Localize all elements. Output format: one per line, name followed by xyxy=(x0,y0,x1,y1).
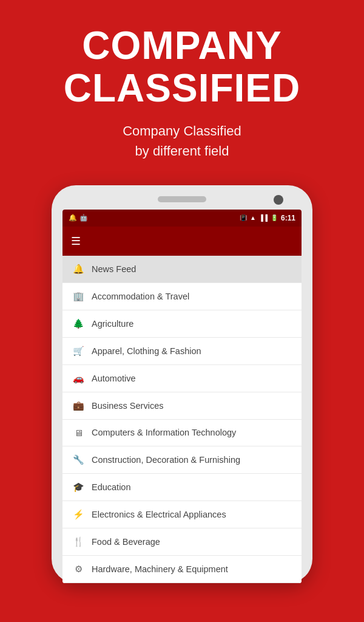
android-icon: 🤖 xyxy=(79,214,88,222)
electronics-icon: ⚡ xyxy=(72,509,84,520)
wifi-icon: ▲ xyxy=(250,214,256,221)
apparel-clothing-icon: 🛒 xyxy=(72,346,84,357)
phone-speaker xyxy=(158,196,206,202)
education-icon: 🎓 xyxy=(72,482,84,493)
electronics-label: Electronics & Electrical Appliances xyxy=(92,510,226,519)
menu-item-business-services[interactable]: 💼Business Services xyxy=(62,392,302,420)
hardware-machinery-icon: ⚙ xyxy=(72,564,84,575)
app-header-bar: ☰ xyxy=(62,227,302,256)
menu-item-education[interactable]: 🎓Education xyxy=(62,474,302,501)
phone-camera xyxy=(274,195,283,205)
menu-item-hardware-machinery[interactable]: ⚙Hardware, Machinery & Equipment xyxy=(62,556,302,583)
business-services-label: Business Services xyxy=(92,401,163,411)
menu-list: 🔔News Feed🏢Accommodation & Travel🌲Agricu… xyxy=(62,256,302,583)
menu-item-computers-it[interactable]: 🖥Computers & Information Technology xyxy=(62,420,302,446)
menu-item-apparel-clothing[interactable]: 🛒Apparel, Clothing & Fashion xyxy=(62,338,302,365)
apparel-clothing-label: Apparel, Clothing & Fashion xyxy=(92,346,201,356)
food-beverage-icon: 🍴 xyxy=(72,536,84,547)
accommodation-travel-label: Accommodation & Travel xyxy=(92,292,189,301)
menu-item-news-feed[interactable]: 🔔News Feed xyxy=(62,256,302,283)
vibrate-icon: 📳 xyxy=(240,214,247,221)
menu-item-construction[interactable]: 🔧Construction, Decoration & Furnishing xyxy=(62,446,302,474)
status-icons: 📳 ▲ ▐▐ 🔋 6:11 xyxy=(240,214,295,222)
construction-label: Construction, Decoration & Furnishing xyxy=(92,455,240,465)
news-feed-label: News Feed xyxy=(92,264,136,274)
automotive-icon: 🚗 xyxy=(72,373,84,384)
status-time: 6:11 xyxy=(281,214,295,222)
automotive-label: Automotive xyxy=(92,374,136,383)
menu-item-food-beverage[interactable]: 🍴Food & Beverage xyxy=(62,528,302,556)
hardware-machinery-label: Hardware, Machinery & Equipment xyxy=(92,564,228,574)
food-beverage-label: Food & Beverage xyxy=(92,537,160,547)
computers-it-label: Computers & Information Technology xyxy=(92,428,236,437)
education-label: Education xyxy=(92,482,131,492)
menu-item-automotive[interactable]: 🚗Automotive xyxy=(62,365,302,392)
accommodation-travel-icon: 🏢 xyxy=(72,291,84,302)
business-services-icon: 💼 xyxy=(72,400,84,411)
title-line1: COMPANY xyxy=(82,24,281,67)
notification-icon: 🔔 xyxy=(69,214,77,222)
status-bar: 🔔 🤖 📳 ▲ ▐▐ 🔋 6:11 xyxy=(62,210,302,227)
header-section: COMPANY CLASSIFIED Company Classifiedby … xyxy=(0,0,364,173)
computers-it-icon: 🖥 xyxy=(72,428,84,438)
menu-item-electronics[interactable]: ⚡Electronics & Electrical Appliances xyxy=(62,501,302,528)
title-line2: CLASSIFIED xyxy=(64,66,300,110)
menu-item-accommodation-travel[interactable]: 🏢Accommodation & Travel xyxy=(62,283,302,310)
phone-screen: 🔔 🤖 📳 ▲ ▐▐ 🔋 6:11 ☰ 🔔News Feed🏢Accommoda… xyxy=(62,210,302,583)
menu-item-agriculture[interactable]: 🌲Agriculture xyxy=(62,310,302,338)
status-bar-left: 🔔 🤖 xyxy=(69,214,88,222)
app-subtitle: Company Classifiedby different field xyxy=(123,121,241,161)
agriculture-icon: 🌲 xyxy=(72,318,84,329)
agriculture-label: Agriculture xyxy=(92,319,133,329)
phone-top-bar xyxy=(62,196,302,202)
construction-icon: 🔧 xyxy=(72,454,84,465)
hamburger-icon[interactable]: ☰ xyxy=(71,234,81,248)
signal-icon: ▐▐ xyxy=(259,214,268,221)
phone-mockup: 🔔 🤖 📳 ▲ ▐▐ 🔋 6:11 ☰ 🔔News Feed🏢Accommoda… xyxy=(52,185,312,583)
battery-icon: 🔋 xyxy=(271,214,278,221)
app-title: COMPANY CLASSIFIED xyxy=(64,24,300,110)
news-feed-icon: 🔔 xyxy=(72,264,84,275)
